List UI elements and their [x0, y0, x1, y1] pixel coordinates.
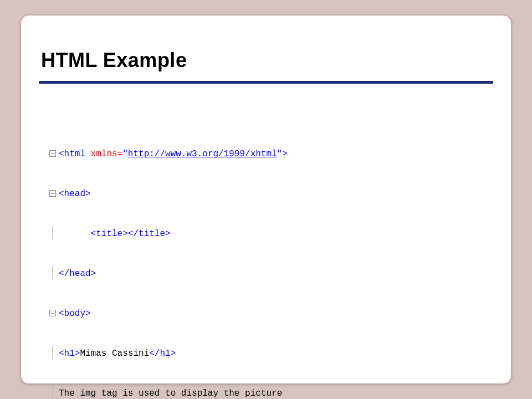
fold-box-icon[interactable] [49, 150, 58, 157]
code-token: " [277, 149, 283, 159]
code-token: > [282, 149, 288, 159]
fold-line-icon [49, 349, 58, 357]
code-token: xmlns= [91, 149, 123, 159]
code-line: <title></title> [49, 227, 483, 241]
code-token: <h1> [59, 349, 80, 359]
slide-title: HTML Example [41, 49, 187, 72]
code-indent [59, 229, 91, 239]
code-token: <body> [59, 309, 91, 319]
code-line: </head> [49, 267, 483, 280]
code-sample: <html xmlns="http://www.w3.org/1999/xhtm… [49, 121, 483, 399]
code-token: </h1> [149, 349, 176, 359]
code-token: <html [59, 149, 91, 159]
fold-line-icon [49, 389, 58, 397]
fold-line-icon [49, 229, 58, 237]
slide-card: HTML Example <html xmlns="http://www.w3.… [21, 16, 511, 383]
code-token: <head> [59, 189, 91, 199]
title-divider [39, 81, 493, 84]
code-token: The img tag is used to display the pictu… [59, 388, 282, 398]
fold-line-icon [49, 269, 58, 277]
code-line: <head> [49, 187, 483, 201]
fold-box-icon[interactable] [49, 190, 58, 197]
code-token: <title></title> [91, 229, 171, 239]
code-line: The img tag is used to display the pictu… [49, 387, 483, 399]
code-line: <body> [49, 307, 483, 320]
code-token: Mimas Cassini [80, 349, 149, 359]
code-token: </head> [59, 269, 96, 279]
code-line: <html xmlns="http://www.w3.org/1999/xhtm… [49, 147, 483, 161]
code-line: <h1>Mimas Cassini</h1> [49, 347, 483, 360]
fold-box-icon[interactable] [49, 309, 58, 317]
code-link[interactable]: http://www.w3.org/1999/xhtml [128, 149, 277, 159]
code-token: " [122, 149, 128, 159]
